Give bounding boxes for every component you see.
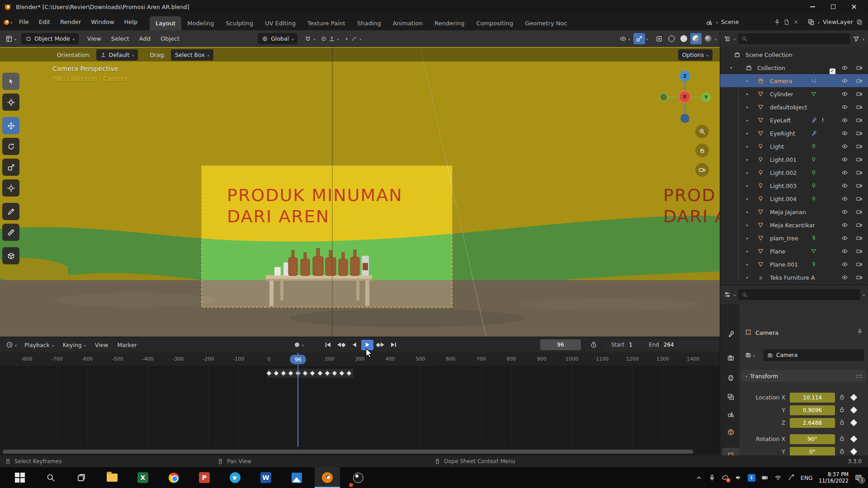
hide-eye-icon[interactable] <box>841 274 848 281</box>
properties-tab-view-layer[interactable] <box>722 389 739 404</box>
lock-icon[interactable] <box>839 435 845 442</box>
breadcrumb-object-name[interactable]: Camera <box>755 329 778 336</box>
zoom-nav-button[interactable] <box>695 125 709 138</box>
taskbar-app-photos[interactable] <box>284 467 309 488</box>
disable-render-icon[interactable] <box>856 235 863 241</box>
hide-eye-icon[interactable] <box>841 182 848 189</box>
taskbar-app-telegram[interactable] <box>222 467 248 488</box>
outliner-row-light[interactable]: ▸Light <box>720 140 868 153</box>
taskbar-app-search[interactable] <box>38 467 63 488</box>
disclosure-icon[interactable]: ▸ <box>746 249 749 253</box>
gizmo-x-axis[interactable]: X <box>679 91 691 103</box>
timeline-scrollbar[interactable] <box>3 450 693 454</box>
hide-eye-icon[interactable] <box>841 169 848 176</box>
options-dropdown[interactable]: Options <box>678 49 712 61</box>
viewport-menu-add[interactable]: Add <box>134 33 156 45</box>
outliner-row-teks-furniture-a[interactable]: ▸aTeks Furniture A <box>720 271 868 284</box>
properties-filter-caret[interactable] <box>863 291 865 298</box>
location-x-field[interactable]: 10.114 <box>790 393 835 403</box>
taskbar-app-excel[interactable]: X <box>130 467 156 488</box>
new-scene-icon[interactable] <box>783 19 790 25</box>
shading-material-button[interactable] <box>690 33 702 44</box>
playhead[interactable] <box>297 352 298 447</box>
frame-range-fields[interactable]: Start 1 End 264 <box>606 339 718 350</box>
stopwatch-icon[interactable] <box>590 341 597 348</box>
taskbar-app-task-view[interactable] <box>69 467 94 488</box>
disclosure-icon[interactable]: ▾ <box>730 66 732 70</box>
disable-render-icon[interactable] <box>856 64 863 71</box>
hide-eye-icon[interactable] <box>841 117 848 123</box>
tool-scale[interactable] <box>2 159 19 176</box>
outliner-row-camera[interactable]: ▸Camera <box>720 74 868 87</box>
disclosure-icon[interactable]: ▸ <box>746 223 749 227</box>
tool-cursor[interactable] <box>2 94 19 111</box>
editor-type-button[interactable] <box>3 33 19 44</box>
taskbar-app-chrome[interactable] <box>161 467 186 488</box>
timeline-menu-marker[interactable]: Marker <box>113 339 142 351</box>
properties-tab-tool[interactable] <box>722 327 739 341</box>
keyframe-diamond-icon[interactable] <box>850 436 858 443</box>
hide-eye-icon[interactable] <box>841 221 848 228</box>
menu-render[interactable]: Render <box>55 16 86 28</box>
disclosure-icon[interactable]: ▸ <box>746 262 749 267</box>
outliner-row-light-003[interactable]: ▸Light.003 <box>720 179 868 192</box>
timeline-ruler[interactable]: -800-700-600-500-400-300-200-10002003004… <box>0 352 720 366</box>
disclosure-icon[interactable]: ▸ <box>746 157 749 162</box>
tool-select-box[interactable] <box>2 73 19 90</box>
outliner-row-meja-jajanan[interactable]: ▸Meja Jajanan <box>720 205 868 218</box>
end-value[interactable]: 264 <box>664 342 674 348</box>
workspace-tab-texture-paint[interactable]: Texture Paint <box>302 16 351 30</box>
next-keyframe-button[interactable] <box>374 340 387 350</box>
properties-tab-render[interactable] <box>722 351 739 365</box>
properties-search-input[interactable] <box>738 289 860 300</box>
disable-render-icon[interactable] <box>856 248 863 254</box>
lock-icon[interactable] <box>839 419 845 426</box>
transform-orientation-dropdown[interactable]: Default <box>96 49 138 61</box>
speaker-icon[interactable] <box>735 474 742 481</box>
pivot-dropdown[interactable] <box>318 33 341 44</box>
current-frame-field[interactable]: 96 <box>540 339 581 350</box>
outliner-row-defaultobject[interactable]: ▸defaultobject <box>720 100 868 113</box>
disclosure-icon[interactable]: ▸ <box>746 170 749 175</box>
close-button[interactable] <box>844 0 864 14</box>
pin-properties-icon[interactable] <box>857 328 863 335</box>
object-name[interactable]: Light.002 <box>770 169 797 176</box>
outliner-row-eyeleft[interactable]: ▸EyeLeft <box>720 113 868 127</box>
menu-window[interactable]: Window <box>86 16 119 28</box>
properties-tab-world[interactable] <box>722 425 739 439</box>
hide-eye-icon[interactable] <box>841 143 848 150</box>
disclosure-icon[interactable]: ▸ <box>746 118 749 122</box>
outliner-row-meja-kecantikar[interactable]: ▸Meja Kecantikar <box>720 218 868 231</box>
viewlayer-icon[interactable] <box>807 19 815 26</box>
workspace-tab-compositing[interactable]: Compositing <box>470 16 519 30</box>
drag-mode-dropdown[interactable]: Select Box <box>171 49 213 61</box>
disable-render-icon[interactable] <box>856 261 863 267</box>
hide-eye-icon[interactable] <box>841 195 848 202</box>
viewport-menu-select[interactable]: Select <box>106 33 134 45</box>
disable-render-icon[interactable] <box>856 221 863 228</box>
outliner-row-light-001[interactable]: ▸Light.001 <box>720 153 868 166</box>
timeline-menu-keying[interactable]: Keying <box>58 339 90 351</box>
disclosure-icon[interactable]: ▸ <box>746 275 749 280</box>
disable-render-icon[interactable] <box>856 77 863 84</box>
workspace-tab-shading[interactable]: Shading <box>351 16 387 30</box>
hide-eye-icon[interactable] <box>841 103 848 110</box>
maximize-button[interactable] <box>823 0 844 14</box>
taskbar-app-powerpoint[interactable]: P <box>192 467 217 488</box>
hide-eye-icon[interactable] <box>841 261 848 267</box>
outliner-row-scene-collection[interactable]: Scene Collection <box>720 48 868 61</box>
outliner-editor-icon[interactable] <box>724 35 731 42</box>
keyframe-diamond-icon[interactable] <box>850 419 858 427</box>
pan-nav-button[interactable] <box>695 144 709 157</box>
taskbar-app-word[interactable]: W <box>253 467 278 488</box>
outliner-row-plane-001[interactable]: ▸Plane.001 <box>720 258 868 271</box>
hide-eye-icon[interactable] <box>841 77 848 84</box>
workspace-tab-geometry-noc[interactable]: Geometry Noc <box>519 16 573 30</box>
jump-start-button[interactable] <box>322 340 334 350</box>
outliner-row-plane[interactable]: ▸Plane <box>720 244 868 258</box>
object-name[interactable]: Teks Furniture A <box>770 274 815 281</box>
outliner-row-light-004[interactable]: ▸Light.004 <box>720 192 868 205</box>
notification-center-icon[interactable]: 3 <box>854 474 863 482</box>
disable-render-icon[interactable] <box>856 103 863 110</box>
mode-dropdown[interactable]: Object Mode <box>21 33 79 44</box>
